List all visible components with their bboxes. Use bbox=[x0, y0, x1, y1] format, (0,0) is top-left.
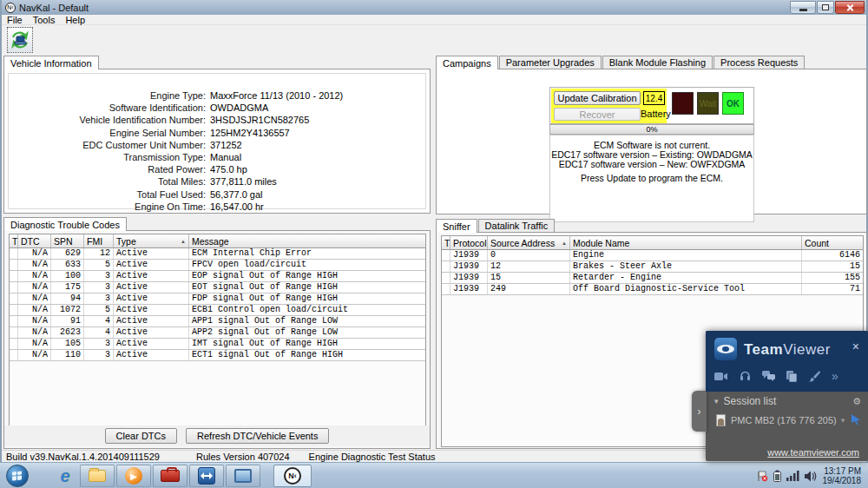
start-button[interactable] bbox=[6, 465, 29, 487]
refresh-dtc-button[interactable]: Refresh DTC/Vehicle Events bbox=[186, 428, 329, 444]
table-row[interactable]: N/A1753ActiveEOT signal Out of Range HIG… bbox=[10, 282, 425, 293]
message-line: EDC17 software version – New: OWFXDGMA bbox=[550, 160, 753, 169]
system-tray: 13:17 PM 19/4/2018 bbox=[757, 463, 865, 488]
update-calibration-button[interactable]: Update Calibration bbox=[554, 91, 641, 105]
menu-file[interactable]: File bbox=[2, 15, 28, 25]
tab-campaigns[interactable]: Campaigns bbox=[436, 56, 498, 69]
table-row[interactable]: J19390Engine6146 bbox=[442, 250, 863, 261]
caret-down-icon: ▾ bbox=[841, 416, 845, 425]
teamviewer-website-link[interactable]: www.teamviewer.com bbox=[767, 447, 859, 458]
table-row[interactable]: N/A914ActiveAPP1 signal Out of Range LOW bbox=[10, 316, 425, 327]
tab-diagnostic-trouble-codes[interactable]: Diagnostic Trouble Codes bbox=[3, 217, 127, 231]
table-row[interactable]: N/A943ActiveFDP signal Out of Range HIGH bbox=[10, 293, 425, 305]
field-label: Engine Serial Number: bbox=[9, 127, 210, 139]
vi-row-engine-serial: Engine Serial Number:125HM2Y4136557 bbox=[9, 127, 425, 139]
engine-diagnostic-status-text: Engine Diagnostic Test Status bbox=[309, 451, 436, 462]
chat-icon[interactable] bbox=[762, 371, 775, 381]
menu-help[interactable]: Help bbox=[60, 15, 90, 25]
tab-blank-module-flashing[interactable]: Blank Module Flashing bbox=[602, 56, 713, 69]
clear-dtcs-button[interactable]: Clear DTCs bbox=[105, 428, 177, 444]
table-row[interactable]: N/A1003ActiveEOP signal Out of Range HIG… bbox=[10, 271, 425, 282]
field-label: Transmission Type: bbox=[9, 151, 210, 163]
minimize-icon bbox=[799, 9, 807, 11]
tab-sniffer[interactable]: Sniffer bbox=[436, 219, 477, 233]
col-header-protocol[interactable]: Protocol bbox=[450, 236, 488, 249]
volume-icon[interactable] bbox=[805, 471, 818, 482]
close-icon bbox=[845, 3, 855, 12]
table-row[interactable]: J1939249Off Board Diagnostic-Service Too… bbox=[442, 284, 863, 295]
battery-icon[interactable] bbox=[773, 470, 781, 482]
table-row[interactable]: N/A10725ActiveECB1 Control open load/cir… bbox=[10, 305, 425, 316]
table-row[interactable]: J193912Brakes - Steer Axle15 bbox=[442, 261, 863, 273]
dtc-table-header: T DTC SPN FMI Type▲ Message bbox=[10, 234, 425, 248]
remote-cursor-icon bbox=[852, 414, 861, 426]
close-button[interactable] bbox=[835, 1, 865, 14]
table-row[interactable]: N/A6335ActiveFPCV open load/circuit bbox=[10, 260, 425, 271]
vehicle-info-panel: Vehicle Information Engine Type:MaxxForc… bbox=[3, 56, 431, 214]
field-label: EDC Customer Unit Number: bbox=[9, 139, 210, 151]
brand-light: Viewer bbox=[783, 341, 831, 358]
table-row[interactable]: N/A62912ActiveECM Internal Chip Error bbox=[10, 248, 425, 260]
network-signal-icon[interactable] bbox=[786, 471, 799, 481]
tab-parameter-upgrades[interactable]: Parameter Upgrades bbox=[499, 56, 602, 69]
table-row[interactable]: N/A1053ActiveIMT signal Out of Range HIG… bbox=[10, 339, 425, 350]
minimize-button[interactable] bbox=[790, 1, 816, 14]
headset-icon[interactable] bbox=[740, 371, 751, 381]
col-header-fmi[interactable]: FMI bbox=[84, 234, 114, 247]
filter-icon[interactable]: T bbox=[10, 234, 18, 247]
gear-icon[interactable]: ⚙ bbox=[852, 396, 861, 407]
table-row[interactable]: N/A1103ActiveECT1 signal Out of Range HI… bbox=[10, 350, 425, 361]
windows-logo-icon bbox=[12, 471, 23, 481]
session-list-row[interactable]: ▾ Session list ⚙ bbox=[714, 395, 861, 407]
teamviewer-close-icon[interactable]: × bbox=[852, 340, 859, 353]
whiteboard-brush-icon[interactable] bbox=[808, 371, 820, 382]
col-header-source-address[interactable]: Source Address▲ bbox=[488, 236, 570, 249]
col-header-count[interactable]: Count bbox=[802, 236, 863, 249]
toolbar bbox=[2, 25, 866, 55]
field-value: 3HSDJSJR1CN582765 bbox=[210, 114, 425, 126]
vi-row-rated-power: Rated Power:475.0 hp bbox=[9, 163, 425, 175]
caret-down-icon: ▾ bbox=[714, 397, 719, 406]
taskbar-internet-explorer[interactable]: e bbox=[48, 465, 82, 487]
table-row[interactable]: N/A26234ActiveAPP2 signal Out of Range L… bbox=[10, 327, 425, 339]
media-player-icon: ▶ bbox=[125, 467, 142, 485]
file-transfer-icon[interactable] bbox=[786, 371, 797, 382]
action-center-flag-icon[interactable] bbox=[757, 471, 768, 482]
more-icon[interactable]: » bbox=[832, 369, 838, 383]
tab-process-requests[interactable]: Process Requests bbox=[713, 56, 805, 69]
field-value: 371252 bbox=[210, 139, 425, 151]
taskbar-clock[interactable]: 13:17 PM 19/4/2018 bbox=[823, 466, 865, 485]
teamviewer-panel: › TeamViewer × » ▾ Session list ⚙ PMC MB… bbox=[706, 331, 868, 461]
connect-vehicle-button[interactable] bbox=[7, 27, 33, 53]
taskbar-teamviewer[interactable] bbox=[189, 465, 224, 487]
tab-vehicle-information[interactable]: Vehicle Information bbox=[3, 56, 99, 69]
field-value: 475.0 hp bbox=[210, 163, 425, 175]
col-header-message[interactable]: Message bbox=[189, 234, 425, 247]
col-header-module-name[interactable]: Module Name bbox=[570, 236, 802, 249]
tab-datalink-traffic[interactable]: Datalink Traffic bbox=[478, 219, 556, 232]
col-header-type[interactable]: Type▲ bbox=[114, 234, 189, 247]
video-call-icon[interactable] bbox=[714, 372, 728, 381]
recover-button[interactable]: Recover bbox=[554, 108, 641, 121]
app-icon: N‹ bbox=[5, 3, 16, 13]
col-header-source-label: Source Address bbox=[490, 238, 555, 248]
restore-button[interactable] bbox=[817, 1, 834, 14]
navkal-icon: N‹ bbox=[284, 467, 301, 485]
taskbar-display-settings[interactable] bbox=[226, 465, 260, 487]
session-item-label: PMC MB2 (176 776 205) bbox=[731, 415, 837, 425]
menu-tools[interactable]: Tools bbox=[28, 15, 61, 25]
field-value: 377,811.0 miles bbox=[210, 175, 425, 188]
filter-icon[interactable]: T bbox=[442, 236, 450, 249]
col-header-dtc[interactable]: DTC bbox=[18, 234, 51, 247]
session-item[interactable]: PMC MB2 (176 776 205) ▾ bbox=[716, 414, 861, 426]
taskbar-toolbox-app[interactable] bbox=[153, 465, 187, 487]
taskbar-navkal-active[interactable]: N‹ bbox=[273, 465, 312, 487]
taskbar-file-explorer[interactable] bbox=[80, 465, 115, 487]
play-icon: ▶ bbox=[130, 472, 137, 481]
col-header-spn[interactable]: SPN bbox=[51, 234, 84, 247]
dtc-body: T DTC SPN FMI Type▲ Message N/A62912Acti… bbox=[3, 230, 431, 449]
brand-bold: Team bbox=[744, 341, 783, 358]
taskbar-media-player[interactable]: ▶ bbox=[116, 465, 151, 487]
teamviewer-collapse-handle[interactable]: › bbox=[692, 391, 707, 432]
table-row[interactable]: J193915Retarder - Engine155 bbox=[442, 273, 863, 284]
